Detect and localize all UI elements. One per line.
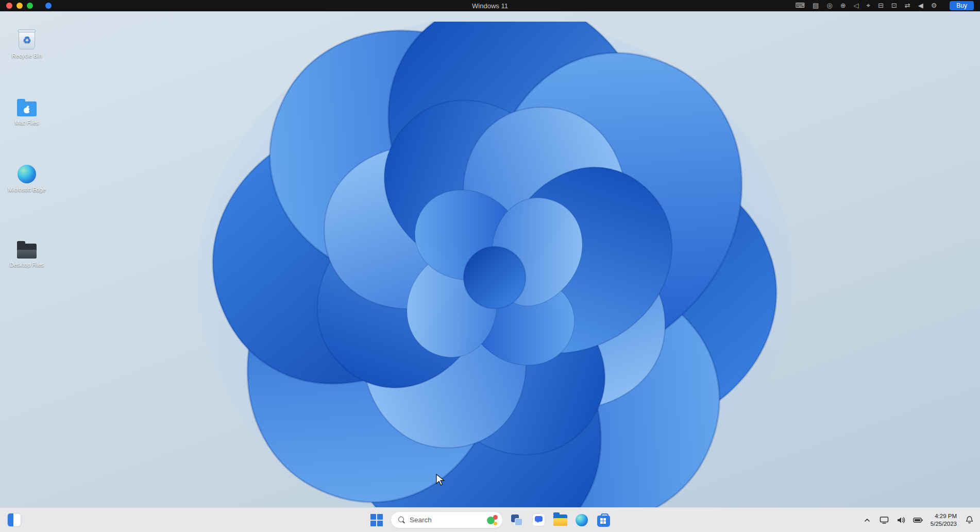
battery-icon (913, 517, 923, 524)
vm-toolbar: ⌨ ▤ ◎ ⊕ ◁ ⌖ ⊟ ⊡ ⇄ ◀ ⚙ Buy (795, 0, 974, 11)
display-network-button[interactable] (878, 512, 890, 528)
chat-button[interactable] (531, 512, 546, 528)
search-placeholder: Search (410, 516, 481, 524)
notification-bell-icon (965, 516, 974, 524)
settings-icon[interactable]: ⚙ (931, 0, 937, 11)
panel-icon (7, 513, 21, 527)
tray-time: 4:29 PM (935, 512, 957, 520)
microphone-icon[interactable]: ⌖ (867, 0, 870, 11)
start-button[interactable] (369, 512, 384, 528)
search-icon (398, 517, 405, 523)
volume-button[interactable] (895, 512, 907, 528)
edge-logo-icon (3, 162, 50, 183)
file-explorer-icon (553, 514, 567, 526)
edge-icon (576, 514, 588, 526)
desktop-files-folder-icon (3, 237, 50, 259)
file-explorer-button[interactable] (552, 512, 568, 528)
windows-logo-icon (370, 514, 383, 526)
traffic-lights (6, 3, 52, 9)
clock[interactable]: 4:29 PM 5/25/2023 (930, 512, 958, 528)
coherence-mode-button[interactable] (45, 3, 52, 9)
minimize-window-button[interactable] (16, 3, 23, 9)
speaker-icon (897, 516, 906, 524)
windows-desktop[interactable]: ♻ Recycle Bin Mac Files Microsoft Edge D… (0, 11, 980, 507)
microsoft-store-button[interactable] (596, 512, 611, 528)
battery-button[interactable] (913, 512, 924, 528)
share-icon[interactable]: ⇄ (905, 0, 910, 11)
task-view-button[interactable] (509, 512, 525, 528)
recycle-bin-icon: ♻ (3, 28, 50, 49)
devices-icon[interactable]: ▤ (813, 0, 819, 11)
camera-icon[interactable]: ⊡ (891, 0, 897, 11)
buy-button[interactable]: Buy (950, 1, 974, 10)
tray-overflow-button[interactable] (861, 512, 873, 528)
printer-icon[interactable]: ⊟ (878, 0, 884, 11)
microsoft-store-icon (597, 516, 610, 527)
mac-files-folder-icon (3, 95, 50, 116)
task-view-icon (511, 514, 523, 526)
apple-logo-icon (23, 105, 30, 113)
notifications-button[interactable] (964, 512, 975, 528)
back-icon[interactable]: ◀ (918, 0, 923, 11)
desktop-icon-label: Mac Files (3, 119, 50, 126)
search-highlight-icon[interactable] (486, 513, 499, 527)
desktop-icon-mac-files[interactable]: Mac Files (3, 95, 50, 126)
display-network-icon (880, 516, 889, 524)
edge-browser-button[interactable] (574, 512, 589, 528)
chevron-up-icon (864, 517, 871, 524)
recycle-glyph: ♻ (23, 36, 31, 45)
network-icon[interactable]: ⊕ (840, 0, 846, 11)
taskbar: Search (0, 507, 980, 532)
vm-window-titlebar: Windows 11 ⌨ ▤ ◎ ⊕ ◁ ⌖ ⊟ ⊡ ⇄ ◀ ⚙ Buy (0, 0, 980, 11)
desktop-icon-label: Desktop Files (3, 261, 50, 268)
zoom-window-button[interactable] (27, 3, 33, 9)
desktop-icon-desktop-files[interactable]: Desktop Files (3, 237, 50, 268)
bloom-wallpaper (129, 22, 860, 507)
search-input[interactable]: Search (391, 511, 503, 528)
volume-icon[interactable]: ◁ (854, 0, 859, 11)
desktop-icon-label: Microsoft Edge (3, 186, 50, 193)
close-window-button[interactable] (6, 3, 12, 9)
cd-dvd-icon[interactable]: ◎ (826, 0, 832, 11)
chat-icon (532, 513, 545, 526)
keyboard-icon[interactable]: ⌨ (795, 0, 805, 11)
desktop-icon-label: Recycle Bin (3, 52, 50, 59)
desktop-icon-microsoft-edge[interactable]: Microsoft Edge (3, 162, 50, 193)
tray-date: 5/25/2023 (931, 520, 957, 528)
parallels-panel-button[interactable] (6, 512, 22, 528)
desktop-icon-recycle-bin[interactable]: ♻ Recycle Bin (3, 28, 50, 59)
